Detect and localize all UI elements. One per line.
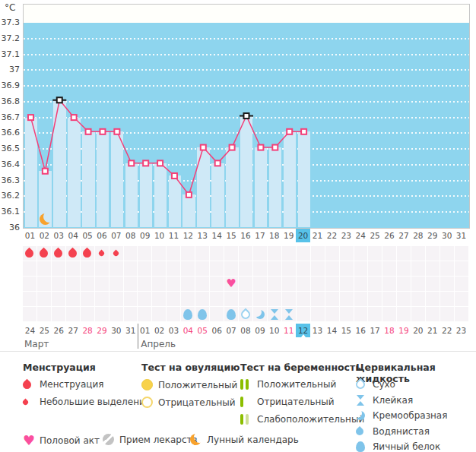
event-cell — [354, 307, 368, 321]
cycle-day-label[interactable]: 23 — [339, 229, 354, 242]
date-label[interactable]: 15 — [339, 324, 354, 337]
cycle-day-label[interactable]: 04 — [66, 229, 81, 242]
temp-marker[interactable] — [172, 173, 177, 179]
date-label[interactable]: 06 — [210, 324, 224, 337]
intercourse-heart-icon: ♥ — [23, 434, 35, 447]
temp-marker[interactable] — [230, 145, 235, 150]
temp-marker[interactable] — [114, 129, 119, 134]
event-cell — [311, 307, 325, 321]
date-label[interactable]: 11 — [281, 324, 296, 337]
temp-marker[interactable] — [57, 97, 62, 103]
temp-marker[interactable] — [272, 145, 278, 150]
date-label[interactable]: 21 — [425, 324, 440, 337]
cycle-day-label[interactable]: 30 — [440, 229, 454, 242]
date-label[interactable]: 31 — [123, 324, 138, 337]
cycle-day-label[interactable]: 14 — [210, 229, 224, 242]
cycle-day-label[interactable]: 18 — [267, 229, 281, 242]
date-label[interactable]: 24 — [23, 324, 37, 337]
temp-marker[interactable] — [186, 192, 192, 198]
temp-marker[interactable] — [100, 129, 105, 134]
event-cell — [311, 292, 325, 306]
date-label[interactable]: 12 — [296, 324, 310, 337]
event-cell — [23, 261, 36, 276]
date-label[interactable]: 13 — [310, 324, 325, 337]
cycle-day-label[interactable]: 09 — [138, 229, 152, 242]
temp-marker[interactable] — [129, 160, 134, 166]
date-label[interactable]: 01 — [138, 324, 152, 337]
event-cell — [253, 307, 267, 321]
event-cell — [167, 261, 180, 276]
date-label[interactable]: 17 — [368, 324, 382, 337]
event-cell — [195, 292, 209, 306]
cycle-day-label[interactable]: 12 — [181, 229, 195, 242]
cycle-day-label[interactable]: 20 — [296, 229, 310, 242]
date-label[interactable]: 02 — [152, 324, 167, 337]
temp-marker[interactable] — [215, 160, 221, 166]
cycle-day-label[interactable]: 01 — [23, 229, 37, 242]
date-label[interactable]: 26 — [52, 324, 66, 337]
cycle-day-label[interactable]: 24 — [354, 229, 368, 242]
date-label[interactable]: 09 — [252, 324, 267, 337]
date-label[interactable]: 03 — [167, 324, 181, 337]
date-label[interactable]: 23 — [454, 324, 468, 337]
cycle-day-label[interactable]: 17 — [252, 229, 267, 242]
cycle-day-label[interactable]: 11 — [167, 229, 181, 242]
cycle-day-label[interactable]: 03 — [52, 229, 66, 242]
date-label[interactable]: 07 — [224, 324, 239, 337]
temp-marker[interactable] — [258, 145, 263, 150]
temp-marker[interactable] — [28, 115, 33, 120]
date-label[interactable]: 04 — [181, 324, 195, 337]
cycle-day-label[interactable]: 26 — [382, 229, 397, 242]
temp-marker[interactable] — [201, 145, 206, 150]
current-date-caret — [301, 334, 306, 337]
cycle-day-label[interactable]: 31 — [454, 229, 468, 242]
event-cell — [426, 307, 440, 321]
cycle-day-label[interactable]: 22 — [325, 229, 339, 242]
event-cell — [253, 277, 267, 291]
date-label[interactable]: 10 — [267, 324, 281, 337]
date-label[interactable]: 27 — [66, 324, 81, 337]
sticky-icon — [284, 309, 294, 320]
cycle-day-label[interactable]: 29 — [425, 229, 440, 242]
event-cell — [382, 307, 396, 321]
date-label[interactable]: 08 — [239, 324, 253, 337]
cycle-day-label[interactable]: 21 — [310, 229, 325, 242]
date-label[interactable]: 28 — [81, 324, 95, 337]
cycle-day-label[interactable]: 27 — [396, 229, 411, 242]
temp-marker[interactable] — [287, 129, 292, 134]
date-label[interactable]: 25 — [37, 324, 52, 337]
temp-marker[interactable] — [157, 160, 163, 166]
date-label[interactable]: 29 — [95, 324, 109, 337]
event-cell — [354, 277, 368, 291]
dry-icon — [354, 378, 367, 391]
date-label[interactable]: 14 — [325, 324, 339, 337]
cycle-day-label[interactable]: 07 — [109, 229, 123, 242]
date-label[interactable]: 18 — [382, 324, 397, 337]
legend-item: Водянистая — [356, 426, 430, 437]
date-label[interactable]: 20 — [411, 324, 425, 337]
cycle-day-label[interactable]: 13 — [195, 229, 210, 242]
date-label[interactable]: 05 — [195, 324, 210, 337]
date-label[interactable]: 19 — [396, 324, 411, 337]
cycle-day-label[interactable]: 02 — [37, 229, 52, 242]
cycle-day-label[interactable]: 16 — [239, 229, 253, 242]
temp-marker[interactable] — [143, 160, 148, 166]
cycle-day-label[interactable]: 19 — [281, 229, 296, 242]
event-cell — [455, 292, 468, 306]
cycle-day-label[interactable]: 28 — [411, 229, 425, 242]
temp-marker[interactable] — [43, 169, 48, 174]
date-label[interactable]: 22 — [440, 324, 454, 337]
temp-marker[interactable] — [301, 129, 306, 134]
cycle-day-label[interactable]: 25 — [368, 229, 382, 242]
temp-marker[interactable] — [71, 115, 77, 120]
cycle-day-label[interactable]: 05 — [81, 229, 95, 242]
temp-marker[interactable] — [86, 129, 91, 134]
cycle-day-label[interactable]: 08 — [123, 229, 138, 242]
event-cell — [368, 292, 382, 306]
cycle-day-label[interactable]: 10 — [152, 229, 167, 242]
date-label[interactable]: 16 — [354, 324, 368, 337]
cycle-day-label[interactable]: 15 — [224, 229, 239, 242]
temp-marker[interactable] — [244, 113, 249, 119]
date-label[interactable]: 30 — [109, 324, 123, 337]
cycle-day-label[interactable]: 06 — [95, 229, 109, 242]
